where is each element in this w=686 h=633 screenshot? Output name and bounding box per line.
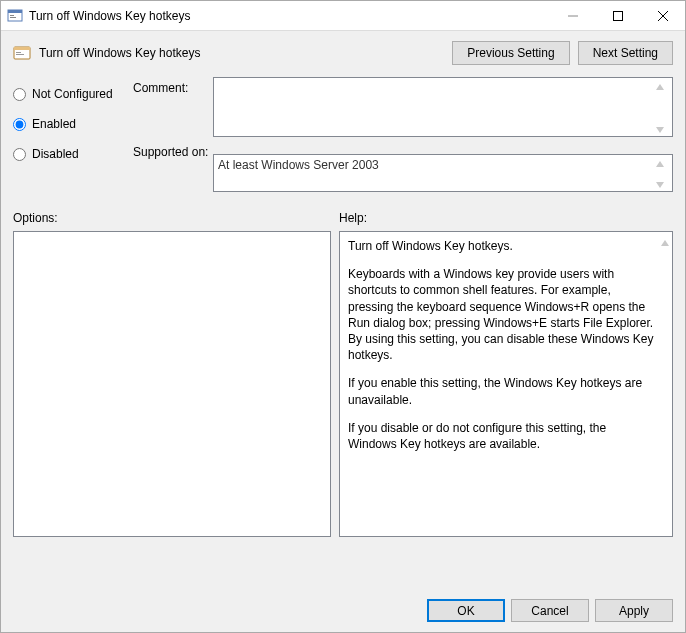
header-row: Turn off Windows Key hotkeys Previous Se… <box>1 31 685 71</box>
help-label: Help: <box>339 211 367 225</box>
options-panel <box>13 231 331 537</box>
radio-not-configured-label: Not Configured <box>32 87 113 101</box>
cancel-button[interactable]: Cancel <box>511 599 589 622</box>
svg-marker-16 <box>661 240 669 246</box>
next-setting-button[interactable]: Next Setting <box>578 41 673 65</box>
supported-on-textarea[interactable] <box>213 154 673 192</box>
dialog-window: Turn off Windows Key hotkeys Turn off Wi… <box>0 0 686 633</box>
svg-rect-9 <box>14 47 30 50</box>
help-panel[interactable]: Turn off Windows Key hotkeys. Keyboards … <box>339 231 673 537</box>
window-title: Turn off Windows Key hotkeys <box>29 9 550 23</box>
help-text: Turn off Windows Key hotkeys. <box>348 238 654 254</box>
ok-button[interactable]: OK <box>427 599 505 622</box>
minimize-button[interactable] <box>550 1 595 30</box>
policy-icon <box>13 44 31 62</box>
svg-rect-10 <box>16 52 21 53</box>
help-text: Keyboards with a Windows key provide use… <box>348 266 654 363</box>
comment-label: Comment: <box>133 77 213 137</box>
svg-rect-5 <box>613 11 622 20</box>
footer: OK Cancel Apply <box>1 585 685 632</box>
maximize-button[interactable] <box>595 1 640 30</box>
radio-disabled-input[interactable] <box>13 148 26 161</box>
svg-rect-1 <box>8 10 22 13</box>
state-radio-group: Not Configured Enabled Disabled <box>13 77 133 197</box>
apply-button[interactable]: Apply <box>595 599 673 622</box>
svg-rect-2 <box>10 15 14 16</box>
radio-enabled[interactable]: Enabled <box>13 117 133 131</box>
options-label: Options: <box>13 211 339 225</box>
radio-enabled-label: Enabled <box>32 117 76 131</box>
supported-label: Supported on: <box>133 137 213 197</box>
comment-textarea[interactable] <box>213 77 673 137</box>
svg-rect-3 <box>10 17 16 18</box>
previous-setting-button[interactable]: Previous Setting <box>452 41 569 65</box>
header-title: Turn off Windows Key hotkeys <box>39 46 444 60</box>
radio-disabled-label: Disabled <box>32 147 79 161</box>
app-icon <box>7 8 23 24</box>
radio-disabled[interactable]: Disabled <box>13 147 133 161</box>
scroll-up-icon <box>660 236 670 250</box>
radio-not-configured-input[interactable] <box>13 88 26 101</box>
help-text: If you enable this setting, the Windows … <box>348 375 654 407</box>
close-button[interactable] <box>640 1 685 30</box>
help-text: If you disable or do not configure this … <box>348 420 654 452</box>
radio-enabled-input[interactable] <box>13 118 26 131</box>
titlebar[interactable]: Turn off Windows Key hotkeys <box>1 1 685 31</box>
svg-rect-11 <box>16 54 24 55</box>
radio-not-configured[interactable]: Not Configured <box>13 87 133 101</box>
